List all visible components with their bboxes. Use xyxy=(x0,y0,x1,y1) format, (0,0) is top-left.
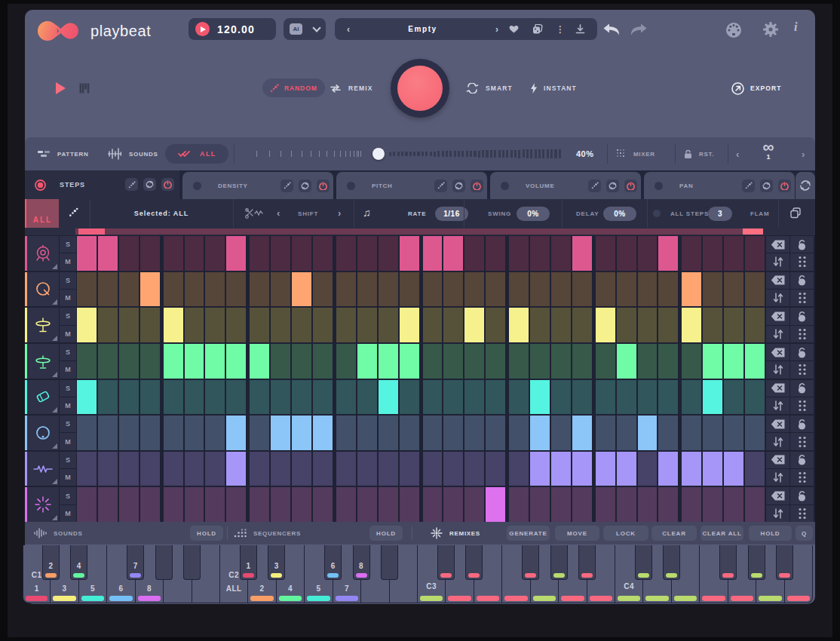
step-cell[interactable] xyxy=(443,308,463,342)
key-Ds1[interactable]: 4 xyxy=(70,545,87,580)
step-cell[interactable] xyxy=(423,272,443,307)
step-cell[interactable] xyxy=(509,452,529,486)
step-cell[interactable] xyxy=(140,344,160,379)
step-cell[interactable] xyxy=(140,380,160,415)
key-Cs3[interactable] xyxy=(437,545,455,580)
step-cell[interactable] xyxy=(164,308,183,342)
step-cell[interactable] xyxy=(185,487,204,522)
step-cell[interactable] xyxy=(745,308,765,342)
step-cell[interactable] xyxy=(572,487,592,522)
step-cell[interactable] xyxy=(77,272,97,307)
step-cell[interactable] xyxy=(486,487,505,522)
step-cell[interactable] xyxy=(703,308,722,342)
step-cell[interactable] xyxy=(682,236,701,271)
step-cell[interactable] xyxy=(745,452,765,486)
step-cell[interactable] xyxy=(271,416,290,450)
select-all-button[interactable]: ALL xyxy=(165,144,228,164)
step-cell[interactable] xyxy=(98,308,118,342)
step-cell[interactable] xyxy=(271,272,290,307)
step-cell[interactable] xyxy=(271,452,290,486)
track-lock-button[interactable] xyxy=(790,308,814,324)
track-drag-handle[interactable] xyxy=(790,326,814,342)
step-cell[interactable] xyxy=(140,272,160,307)
copy-icon[interactable] xyxy=(790,207,801,219)
step-cell[interactable] xyxy=(486,380,505,415)
key-Cs1[interactable]: 2 xyxy=(42,545,60,580)
footer-button-clear[interactable]: CLEAR xyxy=(651,526,697,541)
track-sort-button[interactable] xyxy=(766,433,789,449)
step-cell[interactable] xyxy=(292,487,311,522)
step-cell[interactable] xyxy=(250,380,269,415)
midi-icon[interactable] xyxy=(725,21,743,39)
step-cell[interactable] xyxy=(164,272,183,307)
step-cell[interactable] xyxy=(313,416,333,450)
step-cell[interactable] xyxy=(271,308,290,342)
step-cell[interactable] xyxy=(336,452,356,486)
step-cell[interactable] xyxy=(164,416,183,450)
step-cell[interactable] xyxy=(164,452,183,486)
step-cell[interactable] xyxy=(423,452,443,486)
step-cell[interactable] xyxy=(745,380,765,415)
solo-button[interactable]: S xyxy=(60,487,76,504)
step-cell[interactable] xyxy=(292,236,311,271)
track-lock-button[interactable] xyxy=(790,236,814,253)
step-cell[interactable] xyxy=(313,272,333,307)
step-cell[interactable] xyxy=(596,308,615,342)
step-cell[interactable] xyxy=(98,416,118,450)
track-drag-handle[interactable] xyxy=(790,253,814,270)
step-cell[interactable] xyxy=(292,308,311,342)
step-cell[interactable] xyxy=(226,487,246,522)
reset-button[interactable]: RST. xyxy=(684,137,714,170)
step-cell[interactable] xyxy=(250,236,269,271)
clear-track-button[interactable] xyxy=(766,380,789,397)
tab-pan[interactable]: PAN xyxy=(644,172,795,199)
bpm-display[interactable]: 120.00 xyxy=(189,18,276,40)
redo-button[interactable] xyxy=(630,23,648,35)
step-cell[interactable] xyxy=(357,308,377,342)
step-cell[interactable] xyxy=(638,308,658,342)
track-sort-button[interactable] xyxy=(766,505,789,522)
step-cell[interactable] xyxy=(98,236,118,271)
mute-button[interactable]: M xyxy=(60,290,76,306)
step-cell[interactable] xyxy=(140,308,160,342)
step-cell[interactable] xyxy=(205,416,225,450)
step-cell[interactable] xyxy=(185,236,204,271)
step-cell[interactable] xyxy=(119,487,139,522)
step-cell[interactable] xyxy=(164,236,183,271)
step-cell[interactable] xyxy=(464,416,484,450)
track-lock-button[interactable] xyxy=(790,487,814,504)
step-cell[interactable] xyxy=(682,487,701,522)
tab-pitch[interactable]: PITCH xyxy=(336,172,487,199)
step-cell[interactable] xyxy=(617,380,636,415)
step-cell[interactable] xyxy=(596,272,615,307)
step-cell[interactable] xyxy=(400,452,419,486)
key-Gs4[interactable] xyxy=(748,545,765,580)
favorite-icon[interactable] xyxy=(509,25,519,33)
step-cell[interactable] xyxy=(596,416,615,450)
step-cell[interactable] xyxy=(551,380,571,415)
step-cell[interactable] xyxy=(400,308,419,342)
solo-button[interactable]: S xyxy=(60,416,76,432)
page-prev-button[interactable]: ‹ xyxy=(736,149,739,160)
lane-dot[interactable] xyxy=(501,182,509,190)
step-cell[interactable] xyxy=(292,380,311,415)
smart-button[interactable]: SMART xyxy=(466,78,513,98)
step-cell[interactable] xyxy=(77,236,97,271)
footer-button-q[interactable]: Q xyxy=(796,526,813,541)
page-next-button[interactable]: › xyxy=(802,149,805,160)
step-cell[interactable] xyxy=(464,344,484,379)
footer-button-clear-all[interactable]: CLEAR ALL xyxy=(701,526,743,541)
step-cell[interactable] xyxy=(572,380,592,415)
key-Gs1[interactable] xyxy=(155,545,173,580)
key-Fs4[interactable] xyxy=(719,545,737,580)
key-Gs2[interactable]: 8 xyxy=(353,545,370,580)
step-cell[interactable] xyxy=(572,416,592,450)
step-cell[interactable] xyxy=(572,344,592,379)
step-cell[interactable] xyxy=(119,380,139,415)
step-cell[interactable] xyxy=(551,452,571,486)
step-cell[interactable] xyxy=(77,416,97,450)
step-cell[interactable] xyxy=(724,344,743,379)
track-lock-button[interactable] xyxy=(790,272,814,289)
step-cell[interactable] xyxy=(379,452,398,486)
step-cell[interactable] xyxy=(703,272,722,307)
